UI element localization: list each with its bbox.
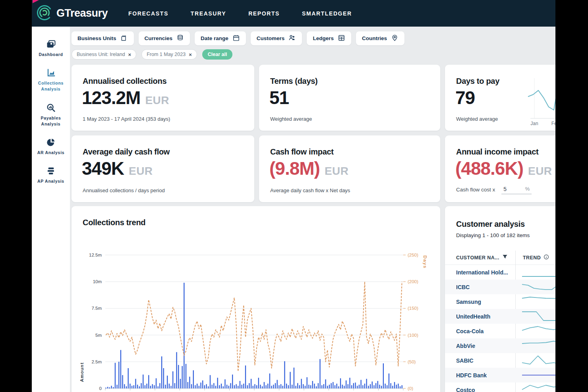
customer-name-link[interactable]: Coca-Cola	[456, 328, 484, 334]
customer-table-header: CUSTOMER NA... TREND	[445, 251, 555, 265]
filter-chip-business-unit[interactable]: Business Unit: Ireland ×	[72, 49, 136, 60]
sidebar-item-payables-analysis[interactable]: Payables Analysis	[33, 103, 69, 127]
collections-analysis-icon	[46, 68, 56, 78]
percent-sign: %	[525, 186, 530, 192]
cash-flow-cost-label: Cash flow cost x	[456, 187, 495, 194]
terms-days-card: Terms (days) 51 Weighted average	[259, 65, 440, 131]
svg-text:(150): (150)	[408, 306, 418, 311]
kpi-subtitle: Average daily cash flow x Net days	[270, 187, 350, 193]
date-range-filter-button[interactable]: Date range	[195, 31, 246, 45]
payables-analysis-icon	[46, 103, 56, 113]
customer-name-link[interactable]: International Hold...	[456, 269, 508, 276]
table-row[interactable]: UnitedHealth	[445, 309, 555, 324]
svg-text:Feb: Feb	[551, 121, 555, 126]
filter-chip-date-from[interactable]: From 1 May 2023 ×	[141, 49, 197, 60]
card-title: Annualised collections	[83, 77, 166, 86]
info-icon[interactable]	[544, 254, 549, 261]
items-count-text: Displaying 1 - 100 of 182 items	[456, 232, 530, 238]
panel-title: Customer analysis	[456, 220, 525, 229]
kpi-subtitle: Weighted average	[270, 116, 312, 122]
customer-name-link[interactable]: UnitedHealth	[456, 313, 490, 320]
business-units-filter-button[interactable]: Business Units	[72, 31, 134, 45]
currencies-filter-button[interactable]: Currencies	[139, 31, 190, 45]
filter-funnel-icon[interactable]	[502, 254, 508, 261]
filter-label: Currencies	[145, 35, 173, 41]
window-accent	[33, 0, 39, 3]
clear-all-button[interactable]: Clear all	[202, 49, 233, 60]
trend-column-header[interactable]: TREND	[523, 254, 549, 261]
kpi-currency: EUR	[325, 165, 349, 178]
filter-label: Date range	[201, 35, 228, 41]
sidebar: Dashboard Collections Analysis Payables …	[32, 27, 70, 392]
table-row[interactable]: Costco	[445, 382, 555, 392]
card-title: Days to pay	[456, 77, 499, 86]
collections-trend-chart: 0(0)2.5m(50)5m(100)7.5m(150)10m(200)12.5…	[72, 241, 440, 392]
customers-icon	[288, 34, 296, 43]
sidebar-item-label: Payables Analysis	[33, 115, 69, 127]
table-row[interactable]: International Hold...	[445, 265, 555, 280]
svg-text:2.5m: 2.5m	[91, 359, 102, 364]
nav-item-reports[interactable]: REPORTS	[248, 10, 280, 17]
svg-text:Amount: Amount	[79, 362, 84, 382]
sidebar-item-ap-analysis[interactable]: AP Analysis	[33, 166, 69, 184]
customer-name-link[interactable]: AbbVie	[456, 343, 475, 349]
countries-filter-button[interactable]: Countries	[356, 31, 404, 45]
card-title: Average daily cash flow	[83, 147, 170, 156]
table-row[interactable]: Coca-Cola	[445, 324, 555, 338]
annual-income-impact-card: Annual income impact (488.6K) EUR Cash f…	[445, 135, 555, 202]
chip-label: Business Unit: Ireland	[77, 52, 125, 57]
nav-item-smartledger[interactable]: SMARTLEDGER	[302, 10, 352, 17]
svg-text:7.5m: 7.5m	[91, 306, 102, 311]
customer-name-link[interactable]: ICBC	[456, 284, 470, 290]
nav-item-treasury[interactable]: TREASURY	[191, 10, 226, 17]
sidebar-item-collections-analysis[interactable]: Collections Analysis	[33, 68, 69, 92]
nav-item-forecasts[interactable]: FORECASTS	[128, 10, 168, 17]
cash-flow-cost-input[interactable]	[503, 186, 515, 192]
filter-label: Ledgers	[313, 35, 334, 41]
table-row[interactable]: SABIC	[445, 353, 555, 368]
brand-name: GTreasury	[56, 7, 108, 19]
kpi-subtitle: 1 May 2023 - 17 April 2024 (353 days)	[83, 116, 170, 122]
svg-text:12.5m: 12.5m	[89, 253, 102, 257]
ledgers-filter-button[interactable]: Ledgers	[307, 31, 351, 45]
svg-text:10m: 10m	[93, 279, 102, 284]
collections-trend-card: Collections trend 0(0)2.5m(50)5m(100)7.5…	[72, 206, 440, 392]
kpi-value: 123.2M	[82, 87, 140, 108]
kpi-currency: EUR	[129, 165, 153, 178]
svg-text:(100): (100)	[408, 333, 418, 338]
card-title: Cash flow impact	[270, 147, 334, 156]
brand[interactable]: GTreasury	[36, 4, 108, 23]
kpi-value-negative: (488.6K)	[455, 158, 523, 179]
sidebar-item-ar-analysis[interactable]: AR Analysis	[33, 137, 69, 156]
table-row[interactable]: ICBC	[445, 280, 555, 294]
average-daily-cash-flow-card: Average daily cash flow 349K EUR Annuali…	[72, 135, 254, 202]
trend-sparkline	[520, 266, 555, 278]
customer-name-link[interactable]: SABIC	[456, 357, 474, 364]
kpi-currency: EUR	[145, 94, 169, 107]
top-navbar: GTreasury FORECASTS TREASURY REPORTS SMA…	[32, 0, 555, 27]
sidebar-item-label: AP Analysis	[37, 178, 64, 184]
kpi-value: 79	[455, 87, 475, 108]
active-filters: Business Unit: Ireland × From 1 May 2023…	[72, 49, 232, 60]
app-window: GTreasury FORECASTS TREASURY REPORTS SMA…	[32, 0, 555, 392]
customer-name-link[interactable]: HDFC Bank	[456, 372, 487, 378]
kpi-currency: EUR	[528, 165, 552, 178]
table-row[interactable]: Samsung	[445, 294, 555, 309]
customers-filter-button[interactable]: Customers	[251, 31, 302, 45]
customer-name-link[interactable]: Samsung	[456, 299, 481, 305]
svg-text:5m: 5m	[95, 333, 102, 338]
ledgers-icon	[338, 34, 345, 43]
customer-name-link[interactable]: Costco	[456, 387, 475, 392]
cash-flow-impact-card: Cash flow impact (9.8M) EUR Average dail…	[259, 135, 440, 202]
cash-flow-cost-field: %	[501, 186, 532, 194]
remove-filter-icon[interactable]: ×	[189, 52, 192, 58]
kpi-subtitle: Weighted average	[456, 116, 498, 122]
trend-sparkline	[520, 369, 555, 381]
customer-name-column-header[interactable]: CUSTOMER NA...	[456, 254, 508, 261]
table-row[interactable]: AbbVie	[445, 338, 555, 353]
filter-label: Customers	[257, 35, 285, 41]
sidebar-item-dashboard[interactable]: Dashboard	[33, 39, 69, 58]
table-row[interactable]: HDFC Bank	[445, 368, 555, 382]
remove-filter-icon[interactable]: ×	[128, 52, 132, 58]
filter-label: Business Units	[77, 35, 116, 41]
